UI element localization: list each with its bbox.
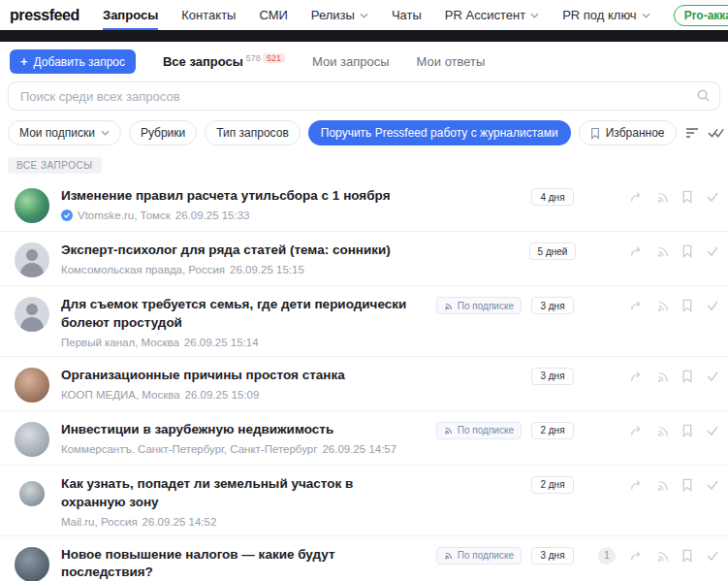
answers-count-badge[interactable]: 1	[598, 547, 616, 565]
rss-icon[interactable]	[656, 424, 670, 437]
nav-item-releases[interactable]: Релизы	[311, 0, 368, 30]
check-icon[interactable]	[706, 245, 719, 257]
request-row[interactable]: Новое повышение налогов — какие будут по…	[0, 536, 728, 581]
request-title[interactable]: Инвестиции в зарубежную недвижимость	[61, 421, 413, 439]
avatar	[19, 481, 45, 506]
bookmark-icon[interactable]	[681, 244, 693, 258]
days-left-badge: 3 дня	[531, 547, 573, 565]
request-meta: Mail.ru, Россия 26.09.25 14:52	[61, 516, 413, 528]
request-content: Изменение правил расчета утильсбора с 1 …	[61, 185, 413, 221]
check-icon[interactable]	[706, 479, 719, 491]
rss-icon[interactable]	[656, 190, 670, 204]
rss-icon[interactable]	[656, 244, 670, 258]
request-row[interactable]: Организационные причины простоя станка К…	[0, 357, 728, 411]
sort-icon[interactable]	[684, 122, 700, 144]
mark-all-read-icon[interactable]	[708, 122, 725, 144]
check-icon[interactable]	[706, 191, 719, 203]
request-actions: 3 дня	[425, 365, 719, 385]
bookmark-icon[interactable]	[681, 370, 693, 383]
search-icon[interactable]	[696, 88, 711, 107]
request-source[interactable]: Первый канал, Москва	[61, 337, 179, 348]
share-icon[interactable]	[630, 244, 644, 258]
filter-label: Мои подписки	[19, 126, 95, 140]
request-row[interactable]: Инвестиции в зарубежную недвижимость Ком…	[0, 411, 728, 466]
request-source[interactable]: Vtomske.ru, Томск	[78, 210, 171, 221]
request-actions: По подписке 3 дня	[425, 294, 719, 314]
rss-icon[interactable]	[656, 370, 670, 383]
rss-icon[interactable]	[656, 299, 670, 312]
hire-pressfeed-button[interactable]: Поручить Pressfeed работу с журналистами	[308, 120, 571, 145]
nav-item-requests[interactable]: Запросы	[103, 0, 158, 30]
bookmark-icon[interactable]	[681, 424, 693, 437]
request-type-filter[interactable]: Тип запросов	[205, 120, 301, 145]
request-source[interactable]: КООП МЕДИА, Москва	[61, 389, 180, 401]
request-date: 26.09.25 15:09	[185, 389, 260, 401]
check-icon[interactable]	[706, 550, 719, 562]
nav-label: Контакты	[181, 8, 236, 22]
avatar	[15, 297, 49, 332]
request-meta: Комсомольская правда, Россия 26.09.25 15…	[61, 264, 413, 275]
nav-label: PR под ключ	[562, 8, 637, 22]
request-row[interactable]: Эксперт-психолог для ряда статей (тема: …	[0, 232, 728, 286]
bookmark-icon[interactable]	[681, 190, 693, 204]
bookmark-icon[interactable]	[681, 299, 693, 312]
tab-my-answers[interactable]: Мои ответы	[417, 54, 486, 69]
search-bar	[8, 81, 720, 111]
add-request-button[interactable]: + Добавить запрос	[10, 49, 136, 74]
request-title[interactable]: Для съемок требуется семья, где дети пер…	[61, 296, 413, 333]
pro-account-button[interactable]: Pro-аккаунт NEW	[674, 5, 728, 26]
tab-my-requests[interactable]: Мои запросы	[312, 54, 390, 69]
request-date: 26.09.25 15:15	[230, 264, 304, 275]
share-icon[interactable]	[630, 549, 644, 563]
request-title[interactable]: Эксперт-психолог для ряда статей (тема: …	[61, 242, 413, 260]
request-title[interactable]: Как узнать, попадет ли земельный участок…	[61, 475, 413, 512]
request-actions: 2 дня	[425, 473, 719, 494]
share-icon[interactable]	[630, 299, 644, 312]
nav-item-pr-turnkey[interactable]: PR под ключ	[562, 0, 650, 30]
request-meta: КООП МЕДИА, Москва 26.09.25 15:09	[61, 389, 413, 401]
rss-icon[interactable]	[656, 549, 670, 563]
bookmark-icon[interactable]	[681, 478, 693, 492]
rubrics-filter[interactable]: Рубрики	[129, 120, 197, 145]
main-nav: Запросы Контакты СМИ Релизы Чаты PR Асси…	[103, 0, 650, 30]
tab-label: Мои запросы	[312, 54, 390, 69]
request-title[interactable]: Изменение правил расчета утильсбора с 1 …	[61, 187, 413, 206]
chevron-down-icon	[530, 13, 539, 18]
rss-icon[interactable]	[656, 478, 670, 492]
bookmark-icon[interactable]	[681, 549, 693, 563]
check-icon[interactable]	[706, 300, 719, 311]
top-navbar: pressfeed Запросы Контакты СМИ Релизы Ча…	[0, 0, 728, 30]
chevron-down-icon	[642, 13, 650, 18]
my-subscriptions-filter[interactable]: Мои подписки	[8, 120, 121, 145]
pro-account-label: Pro-аккаунт	[684, 9, 728, 22]
share-icon[interactable]	[630, 424, 644, 437]
request-row[interactable]: Изменение правил расчета утильсбора с 1 …	[0, 178, 728, 232]
share-icon[interactable]	[630, 190, 644, 204]
pressfeed-logo[interactable]: pressfeed	[10, 7, 79, 24]
count-new-badge: 521	[263, 53, 285, 63]
request-title[interactable]: Новое повышение налогов — какие будут по…	[61, 546, 413, 581]
days-left-badge: 2 дня	[531, 476, 573, 494]
tab-label: Все запросы	[163, 55, 243, 70]
request-source[interactable]: Mail.ru, Россия	[61, 516, 138, 528]
request-source[interactable]: Комсомольская правда, Россия	[61, 264, 225, 275]
tab-all-requests[interactable]: Все запросы578521	[163, 53, 285, 69]
nav-item-smi[interactable]: СМИ	[259, 0, 287, 30]
nav-item-contacts[interactable]: Контакты	[181, 0, 236, 30]
request-row[interactable]: Для съемок требуется семья, где дети пер…	[0, 286, 728, 357]
check-icon[interactable]	[706, 371, 719, 382]
nav-item-chats[interactable]: Чаты	[392, 0, 422, 30]
count-total: 578	[246, 53, 261, 63]
request-row[interactable]: Как узнать, попадет ли земельный участок…	[0, 466, 728, 536]
check-icon[interactable]	[706, 425, 719, 436]
nav-item-pr-assistant[interactable]: PR Ассистент	[445, 0, 539, 30]
search-input[interactable]	[8, 81, 720, 111]
request-actions: По подписке 2 дня	[425, 419, 719, 439]
request-title[interactable]: Организационные причины простоя станка	[61, 367, 413, 385]
request-content: Новое повышение налогов — какие будут по…	[61, 544, 413, 581]
share-icon[interactable]	[630, 370, 644, 383]
add-request-label: Добавить запрос	[34, 55, 125, 69]
favorites-button[interactable]: Избранное	[579, 120, 677, 145]
share-icon[interactable]	[630, 478, 644, 492]
request-source[interactable]: Коммерсантъ. Санкт-Петербург, Санкт-Пете…	[61, 443, 317, 455]
